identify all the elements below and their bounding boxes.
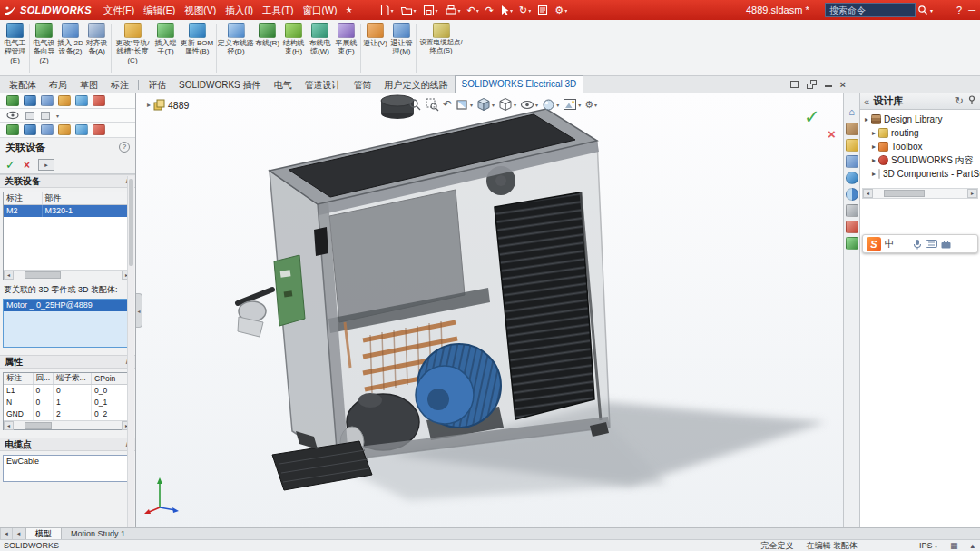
tab-addins[interactable]: SOLIDWORKS 插件 <box>172 77 268 93</box>
assoc-horizontal-scrollbar[interactable]: ◂ ▸ <box>4 270 132 280</box>
ribbon-insert-2d-button[interactable]: 插入 2D 设备(2) <box>57 22 83 56</box>
ribbon-set-cable-endpoints-button[interactable]: 设置电缆起点/终点(S) <box>417 22 465 55</box>
pm-vertical-scrollbar[interactable] <box>127 176 134 527</box>
tab-tubing[interactable]: 管筒 <box>348 77 378 93</box>
display-filter-icon[interactable] <box>25 112 34 120</box>
ribbon-align-components-button[interactable]: 对齐设备(A) <box>83 22 110 56</box>
appearances-icon[interactable]: ▾ <box>542 98 559 112</box>
custom-properties-tab-icon[interactable] <box>846 204 858 217</box>
tab-solidworks-electrical-3d[interactable]: SOLIDWORKS Electrical 3D <box>455 75 584 93</box>
scroll-left-icon[interactable]: ◂ <box>4 421 14 430</box>
cable-points-listbox[interactable]: EwCable <box>3 455 132 482</box>
tab-piping[interactable]: 管道设计 <box>299 77 348 93</box>
library-horizontal-scrollbar[interactable]: ◂ ▸ <box>862 188 978 199</box>
section-view-icon[interactable]: ▾ <box>456 98 473 112</box>
menu-window[interactable]: 窗口(W) <box>299 0 342 20</box>
doc-minimize-icon[interactable] <box>825 82 832 87</box>
ribbon-flatten-harness-button[interactable]: 平展线束(F) <box>333 22 359 56</box>
pm-cancel-icon[interactable]: × <box>24 159 30 172</box>
unit-system[interactable]: IPS ▾ <box>919 541 937 550</box>
expand-icon[interactable]: ▸ <box>872 156 876 164</box>
ribbon-clearance-manager-button[interactable]: 退让管理(M) <box>388 22 415 56</box>
expand-icon[interactable]: ▸ <box>872 129 876 137</box>
ribbon-electrical-manager-button[interactable]: 电气工程管理(E) <box>2 22 28 64</box>
table-row[interactable]: GND 0 2 0_2 <box>4 408 132 420</box>
tree-item-routing[interactable]: ▸ routing <box>860 126 980 140</box>
open-document-icon[interactable]: ▾ <box>397 2 419 18</box>
tree-item-solidworks-content[interactable]: ▸ SOLIDWORKS 内容 <box>860 153 980 167</box>
options-icon[interactable]: ⚙▾ <box>552 2 570 18</box>
tree-item-toolbox[interactable]: ▸ Toolbox <box>860 140 980 153</box>
pm-ok-icon[interactable]: ✓ <box>5 158 15 172</box>
design-library-tab-icon[interactable] <box>846 123 858 135</box>
undo-icon[interactable]: ↶▾ <box>465 2 482 18</box>
3d-viewport[interactable]: ▸ 4889 ↶ ▾ ▾ ▾ ▾ ▾ ▾ ⚙▾ ✓ × ◂ <box>136 93 843 527</box>
col-header[interactable]: CPoin <box>92 373 132 385</box>
help-icon[interactable]: ? <box>956 5 962 15</box>
forum-tab-icon[interactable] <box>846 237 858 250</box>
ribbon-define-route-path-button[interactable]: 定义布线路径(D) <box>218 22 254 56</box>
tree-root-label[interactable]: 4889 <box>168 100 189 111</box>
doc-close-icon[interactable]: × <box>840 80 846 89</box>
ribbon-avoid-button[interactable]: 避让(V) <box>362 22 388 47</box>
zoom-area-icon[interactable] <box>426 98 439 112</box>
tab-user-defined-routes[interactable]: 用户定义的线路 <box>378 77 455 93</box>
hide-show-items-icon[interactable]: ▾ <box>520 100 538 110</box>
confirm-cancel-icon[interactable]: × <box>828 126 836 142</box>
motion-study-tab[interactable]: Motion Study 1 <box>62 528 134 539</box>
table-row[interactable]: N 0 1 0_1 <box>4 397 132 408</box>
tab-assembly[interactable]: 装配体 <box>3 77 43 93</box>
ime-toolbox-icon[interactable] <box>941 240 951 249</box>
scroll-right-icon[interactable]: ▸ <box>967 189 977 198</box>
scroll-thumb[interactable] <box>24 271 61 279</box>
scroll-left-icon[interactable]: ◂ <box>4 271 14 280</box>
displaymanager-tab-icon[interactable] <box>75 95 88 106</box>
list-item-selected[interactable]: Motor _ 0_25HP@4889 <box>4 300 132 311</box>
search-icon[interactable] <box>917 5 928 15</box>
ime-punctuation-icon[interactable] <box>898 239 909 250</box>
ribbon-harness-button[interactable]: 结构线束(H) <box>280 22 307 56</box>
status-grid-icon[interactable]: ▦ <box>950 541 958 550</box>
list-item[interactable]: EwCable <box>4 456 132 467</box>
display-options-icon[interactable] <box>41 112 50 120</box>
ime-mic-icon[interactable] <box>913 239 922 250</box>
tabs-scroll-start-icon[interactable]: ◂ <box>0 528 13 539</box>
sogou-logo-icon[interactable]: S <box>867 237 881 251</box>
ime-keyboard-icon[interactable] <box>926 240 937 248</box>
col-header[interactable]: 端子索... <box>54 373 92 385</box>
tab-evaluate[interactable]: 评估 <box>142 77 172 93</box>
ew-manager-tab-icon[interactable] <box>93 95 105 106</box>
tab-electrical[interactable]: 电气 <box>268 77 299 93</box>
solidworks-resources-tab-icon[interactable]: ⌂ <box>846 106 858 119</box>
print-icon[interactable]: ▾ <box>442 2 464 18</box>
display-style-icon[interactable]: ▾ <box>498 97 516 112</box>
model-tab[interactable]: 模型 <box>25 528 62 539</box>
expand-icon[interactable]: ▸ <box>865 115 868 123</box>
zoom-fit-icon[interactable] <box>408 98 422 112</box>
new-document-icon[interactable]: ▾ <box>377 2 397 18</box>
section-associated-devices[interactable]: 关联设备∧ <box>0 174 135 188</box>
redo-icon[interactable]: ↷ <box>483 2 496 18</box>
tab-sketch[interactable]: 草图 <box>74 77 104 93</box>
col-header-mark[interactable]: 标注 <box>4 192 42 205</box>
propertymanager-tab-icon[interactable] <box>24 95 36 106</box>
pm-options-icon[interactable]: ▸ <box>38 159 54 171</box>
ime-mode-indicator[interactable]: 中 <box>885 238 895 251</box>
scroll-thumb[interactable] <box>24 422 52 429</box>
ribbon-change-rail-length-button[interactable]: 更改"导轨/线槽"长度(C) <box>113 22 152 64</box>
doc-maximize-icon[interactable] <box>790 81 799 88</box>
ew-components-tab-icon[interactable] <box>24 124 36 135</box>
scene-icon[interactable]: ▾ <box>563 98 581 111</box>
display-caret-icon[interactable]: ▾ <box>56 113 59 119</box>
file-properties-icon[interactable] <box>534 2 551 18</box>
ribbon-component-wizard-button[interactable]: 电气设备向导(Z) <box>31 22 57 64</box>
refresh-icon[interactable]: ↻ <box>956 95 964 107</box>
tree-item-3d-components[interactable]: ▸ 3D Components - PartSupply <box>860 167 980 181</box>
pin-icon[interactable] <box>967 95 976 105</box>
search-input[interactable] <box>825 3 916 17</box>
eye-icon[interactable] <box>6 111 19 120</box>
tab-layout[interactable]: 布局 <box>43 77 74 93</box>
scene-illumination-tab-icon[interactable] <box>846 188 858 201</box>
machine-3d-model[interactable] <box>136 93 843 527</box>
ribbon-route-wires-button[interactable]: 布线(R) <box>254 22 280 47</box>
